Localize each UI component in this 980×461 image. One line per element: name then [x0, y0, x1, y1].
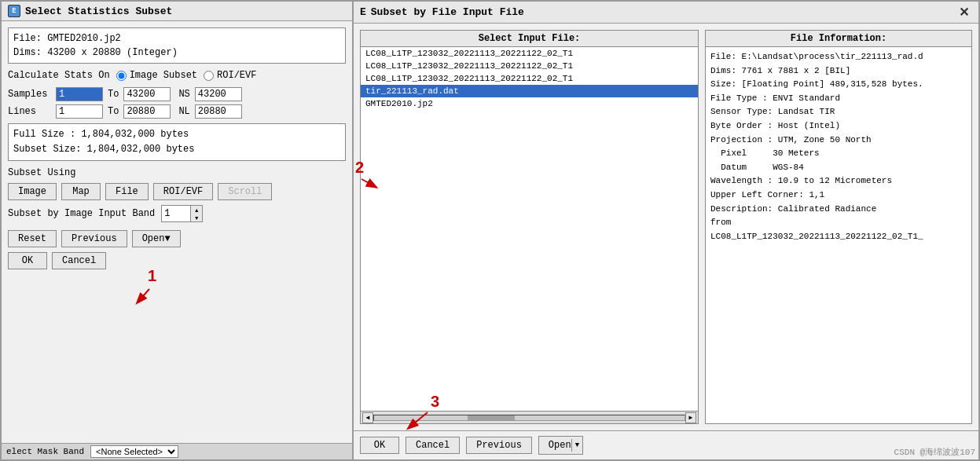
lines-from-input[interactable] — [56, 104, 103, 119]
stats-label: Calculate Stats On — [8, 70, 110, 81]
radio-roi-evf-label: ROI/EVF — [217, 70, 256, 81]
band-row: Subset by Image Input Band ▲ ▼ — [8, 205, 346, 222]
file-button[interactable]: File — [105, 183, 149, 200]
radio-roi-evf-input[interactable] — [204, 71, 214, 81]
app-icon: E — [8, 5, 20, 17]
scroll-right-button[interactable]: ▶ — [685, 412, 696, 423]
roi-evf-button[interactable]: ROI/EVF — [153, 183, 213, 200]
band-value-input[interactable] — [162, 206, 190, 221]
file-item-1[interactable]: LC08_L1TP_123032_20221113_20221122_02_T1 — [361, 60, 698, 72]
ok-button[interactable]: OK — [8, 252, 47, 269]
file-item-0[interactable]: LC08_L1TP_123032_20221113_20221122_02_T1 — [361, 47, 698, 60]
info-line-4: Sensor Type: Landsat TIR — [710, 105, 967, 119]
info-line-9: Wavelength : 10.9 to 12 Micrometers — [710, 174, 967, 188]
subset-using-buttons: Image Map File ROI/EVF Scroll — [8, 183, 346, 200]
size-line2: Subset Size: 1,804,032,000 bytes — [13, 142, 340, 157]
info-line-12: from — [710, 216, 967, 230]
samples-label: Samples — [8, 89, 51, 100]
radio-image-subset[interactable]: Image Subset — [116, 70, 197, 81]
right-previous-button[interactable]: Previous — [466, 437, 532, 454]
bottom-row2: OK Cancel — [8, 252, 346, 269]
image-button[interactable]: Image — [8, 183, 57, 200]
stats-row: Calculate Stats On Image Subset ROI/EVF — [8, 68, 346, 82]
lines-to-input[interactable] — [123, 104, 171, 119]
file-info-line2: Dims: 43200 x 20880 (Integer) — [13, 46, 340, 60]
scrollbar-thumb — [468, 415, 515, 420]
info-line-10: Upper Left Corner: 1,1 — [710, 188, 967, 203]
size-info-box: Full Size : 1,804,032,000 bytes Subset S… — [8, 123, 346, 161]
samples-to-input[interactable] — [123, 87, 171, 101]
band-spinner[interactable]: ▲ ▼ — [161, 205, 203, 222]
cancel-button[interactable]: Cancel — [52, 252, 106, 269]
right-content: Select Input File: LC08_L1TP_123032_2022… — [354, 24, 978, 430]
band-spinner-arrows: ▲ ▼ — [190, 206, 202, 221]
right-panel-icon: E — [360, 6, 366, 18]
lines-nl-input[interactable] — [195, 104, 242, 119]
file-info-content: File: E:\Landsat\process\tir_221113_rad.… — [706, 47, 971, 423]
map-button[interactable]: Map — [61, 183, 101, 200]
band-label: Subset by Image Input Band — [8, 208, 155, 219]
scrollbar-track[interactable] — [373, 415, 685, 421]
file-item-4[interactable]: GMTED2010.jp2 — [361, 97, 698, 110]
right-titlebar: E Subset by File Input File ✕ — [354, 2, 978, 24]
file-info-section: File Information: File: E:\Landsat\proce… — [705, 30, 972, 424]
right-open-button[interactable]: Open▼ — [538, 436, 583, 455]
info-line-6: Projection : UTM, Zone 50 North — [710, 134, 967, 148]
lines-row: Lines To NL — [8, 104, 346, 119]
right-ok-button[interactable]: OK — [360, 437, 399, 454]
samples-from-input[interactable] — [56, 87, 103, 101]
file-info-line1: File: GMTED2010.jp2 — [13, 31, 340, 46]
right-panel: E Subset by File Input File ✕ Select Inp… — [354, 0, 980, 461]
samples-row: Samples To NS — [8, 87, 346, 101]
left-panel-titlebar: E Select Statistics Subset — [2, 2, 352, 21]
info-line-3: File Type : ENVI Standard — [710, 92, 967, 106]
right-open-button-wrap: Open▼ — [538, 436, 583, 455]
subset-using-label: Subset Using — [8, 166, 346, 180]
file-item-3[interactable]: tir_221113_rad.dat — [361, 85, 698, 97]
band-decrement-button[interactable]: ▼ — [191, 214, 202, 221]
csdn-watermark: CSDN @海绵波波107 — [894, 446, 975, 458]
info-line-0: File: E:\Landsat\process\tir_221113_rad.… — [710, 50, 967, 64]
samples-lines-section: Samples To NS Lines To NL — [8, 87, 346, 119]
info-line-1: Dims: 7761 x 7881 x 2 [BIL] — [710, 64, 967, 79]
open-dropdown-arrow[interactable]: ▼ — [571, 439, 582, 452]
scroll-button[interactable]: Scroll — [218, 183, 272, 200]
left-panel-title: Select Statistics Subset — [25, 5, 172, 17]
right-bottom-buttons: OK Cancel Previous Open▼ — [354, 430, 978, 459]
status-bar: elect Mask Band <None Selected> — [2, 443, 352, 459]
file-list[interactable]: LC08_L1TP_123032_20221113_20221122_02_T1… — [361, 47, 698, 411]
info-line-5: Byte Order : Host (Intel) — [710, 119, 967, 134]
status-bar-label: elect Mask Band — [6, 447, 84, 456]
radio-roi-evf[interactable]: ROI/EVF — [204, 70, 256, 81]
previous-button[interactable]: Previous — [61, 230, 127, 247]
info-line-13: LC08_L1TP_123032_20221113_20221122_02_T1… — [710, 230, 967, 244]
file-info-label: File Information: — [706, 31, 971, 47]
file-item-2[interactable]: LC08_L1TP_123032_20221113_20221122_02_T1 — [361, 72, 698, 85]
info-line-7: Pixel 30 Meters — [710, 147, 967, 161]
select-input-label: Select Input File: — [361, 31, 698, 47]
info-line-11: Description: Calibrated Radiance — [710, 203, 967, 217]
close-button[interactable]: ✕ — [956, 5, 972, 20]
size-line1: Full Size : 1,804,032,000 bytes — [13, 127, 340, 142]
radio-image-subset-input[interactable] — [116, 71, 127, 81]
left-panel: E Select Statistics Subset File: GMTED20… — [0, 0, 354, 461]
file-scrollbar[interactable]: ◀ ▶ — [361, 411, 698, 423]
right-cancel-button[interactable]: Cancel — [406, 437, 460, 454]
info-line-2: Size: [Floating Point] 489,315,528 bytes… — [710, 78, 967, 92]
radio-image-subset-label: Image Subset — [130, 70, 197, 81]
scroll-left-button[interactable]: ◀ — [362, 412, 373, 423]
open-button[interactable]: Open▼ — [132, 230, 181, 247]
bottom-buttons-section: Reset Previous Open▼ OK Cancel — [8, 227, 346, 269]
band-increment-button[interactable]: ▲ — [191, 206, 202, 214]
mask-band-select[interactable]: <None Selected> — [90, 445, 178, 458]
file-info-box: File: GMTED2010.jp2 Dims: 43200 x 20880 … — [8, 27, 346, 64]
samples-ns-input[interactable] — [195, 87, 242, 101]
lines-label: Lines — [8, 106, 51, 117]
reset-button[interactable]: Reset — [8, 230, 57, 247]
right-panel-title: Subset by File Input File — [371, 6, 524, 18]
info-line-8: Datum WGS-84 — [710, 161, 967, 175]
bottom-row1: Reset Previous Open▼ — [8, 230, 346, 247]
subset-using-section: Subset Using Image Map File ROI/EVF Scro… — [8, 166, 346, 200]
file-list-section: Select Input File: LC08_L1TP_123032_2022… — [360, 30, 699, 424]
